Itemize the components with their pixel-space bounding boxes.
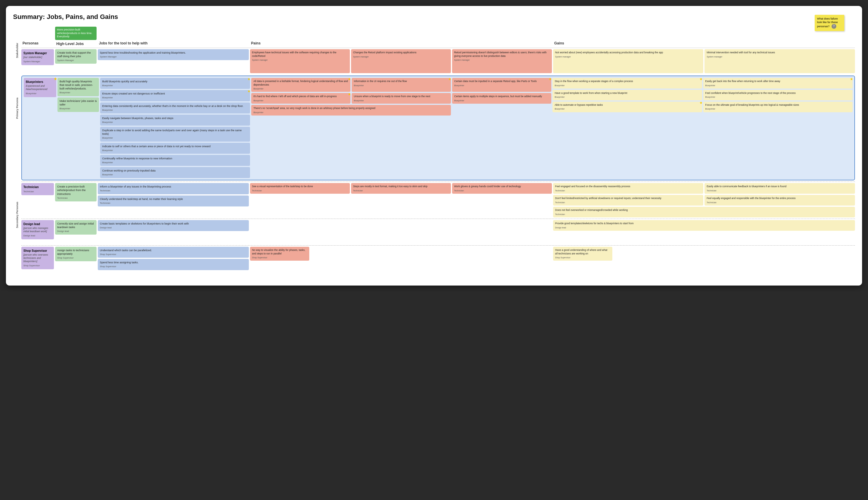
technician-gains-cell: Feel engaged and focused on the disassem… [553, 183, 855, 217]
star-icon: ★ [247, 77, 251, 81]
stakeholder-tool-jobs-cell: Spend less time troubleshooting the appl… [98, 49, 249, 73]
primary-tool-job-4: Duplicate a step in order to avoid addin… [102, 128, 248, 136]
primary-gain-2: Have a good template to work from when s… [555, 92, 700, 95]
primary-tool-jobs-cell: ★ Build blueprints quickly and accuratel… [100, 78, 250, 178]
primary-gain-0: Stay in the flow when working a separate… [555, 80, 700, 83]
stakeholder-tool-job-text: Spend less time troubleshooting the appl… [100, 51, 247, 55]
shop-pain-0: No way to visualize the ability for phas… [252, 249, 307, 255]
shop-job-0: Assign tasks to technicians appropriatel… [57, 249, 94, 255]
star-icon: ★ [348, 92, 351, 96]
stakeholder-gain-0: Not worried about (new) employees accide… [555, 51, 701, 54]
primary-persona-label: Primary Persona [13, 65, 21, 151]
shop-persona-desc: [person who oversees technicians and blu… [23, 253, 52, 263]
tech-pain-0: See a visual representation of the task/… [252, 185, 348, 188]
tech-pain-2: Work gloves & greasy hands could hinder … [454, 185, 550, 188]
col-gains: Gains [553, 40, 855, 46]
col-pains: Pains [250, 40, 552, 46]
primary-tool-job-2: Entering data consistently and accuratel… [102, 104, 248, 108]
technician-row: Technician Technician Create a precision… [21, 182, 855, 219]
design-persona-desc: [person who manages initial teardown wor… [23, 227, 52, 233]
stakeholder-tool-job-tag: System Manager [100, 55, 247, 58]
primary-pain-5: Certain items apply to multiple steps in… [454, 95, 549, 98]
highlight-card: More precision-built vehicles/products i… [55, 27, 96, 40]
star-icon: ★ [348, 77, 351, 81]
tech-tool-job-0: Inform a blueprinter of any issues in th… [100, 185, 247, 189]
secondary-personas-label: Secondary Personas [13, 151, 21, 279]
shop-tool-jobs-cell: Understand which tasks can be paralleliz… [98, 247, 249, 271]
design-tool-job-0: Create basic templates or skeletons for … [100, 222, 247, 225]
technician-persona-cell: Technician Technician [21, 183, 54, 217]
primary-pain-1: Information in the UI requires me out of… [354, 80, 449, 83]
stakeholder-pains-cell: Employees have technical issues with the… [250, 49, 552, 73]
tech-gain-0: Feel engaged and focused on the disassem… [555, 185, 701, 188]
col-personas: Personas [21, 40, 54, 46]
primary-persona-tag: Blueprinter [26, 92, 54, 95]
design-job-0: Correctly size and assign initial teardo… [57, 222, 94, 229]
shop-jobs-cell: Assign tasks to technicians appropriatel… [55, 247, 96, 271]
design-tool-jobs-cell: Create basic templates or skeletons for … [98, 220, 249, 244]
primary-persona-desc: Experienced and New/Inexperienced [26, 84, 54, 91]
primary-tool-job-7: Continue working on previously-inputted … [102, 169, 248, 172]
stakeholder-label: Stakeholder [13, 36, 21, 65]
primary-pains-cell: ★ All data is presented in a list/table … [251, 78, 551, 178]
primary-pain-4: Unsure when a blueprint is ready to move… [354, 95, 449, 98]
primary-job-1: Make technicians' jobs easier & safer [59, 99, 97, 106]
shop-gain-0: Have a good understanding of where and w… [555, 249, 610, 255]
technician-tool-jobs-cell: Inform a blueprinter of any issues in th… [98, 183, 249, 217]
stakeholder-row: System Manager [our stakeholder] System … [21, 48, 855, 75]
design-persona-tag: Design lead [23, 234, 52, 237]
shop-persona-cell: Shop Supervisor [person who oversees tec… [21, 247, 54, 271]
primary-pain-3: It's hard to find where I left off and w… [253, 95, 349, 98]
col-jobs-tool: Jobs for the tool to help with [98, 40, 249, 46]
content-area: Personas More precision-built vehicles/p… [21, 27, 855, 279]
shop-supervisor-row: Shop Supervisor [person who oversees tec… [21, 245, 855, 272]
tech-job-0: Create a precision-built vehicle/product… [57, 185, 94, 195]
primary-tool-job-1: Ensure steps created are not dangerous o… [102, 92, 248, 95]
shop-gains-cell: Have a good understanding of where and w… [553, 247, 855, 271]
primary-pain-2: Certain data must be inputted in a separ… [454, 80, 549, 83]
technician-jobs-cell: Create a precision-built vehicle/product… [55, 183, 96, 217]
primary-gains-cell: ★ Stay in the flow when working a separa… [552, 78, 853, 178]
stakeholder-persona-desc: [our stakeholder] [23, 56, 52, 59]
design-persona-cell: Design lead [person who manages initial … [21, 220, 54, 244]
design-gain-0: Provide good templates/skeletons for tec… [555, 222, 853, 225]
design-lead-row: Design lead [person who manages initial … [21, 219, 855, 245]
primary-jobs-cell: Build high quality blueprints that resul… [57, 78, 99, 178]
primary-tool-job-3: Easily navigate between blueprints, phas… [102, 116, 248, 120]
tech-tool-job-1: Clearly understand the task/step at hand… [100, 197, 247, 201]
tech-pain-1: Steps are mostly in text format, making … [353, 185, 449, 188]
question-icon: ? [832, 24, 836, 29]
shop-tool-job-1: Spend less time assigning tasks. [100, 261, 247, 264]
tech-gain-1: Easily able to communicate feedback to b… [707, 185, 853, 188]
tech-persona-name: Technician [23, 185, 52, 189]
primary-gain-3: Feel confident when blueprint/vehicle pr… [705, 92, 850, 95]
star-icon: ★ [699, 100, 703, 105]
shop-tool-job-0: Understand which tasks can be paralleliz… [100, 249, 247, 252]
tech-persona-tag: Technician [23, 190, 52, 193]
star-icon: ★ [699, 77, 703, 81]
design-pains-cell [250, 220, 552, 244]
primary-gain-4: Able to automate or bypass repetitive ta… [555, 103, 700, 107]
stakeholder-persona-tag: System Manager [23, 60, 52, 63]
primary-persona-name: Blueprinters [26, 80, 54, 84]
stakeholder-persona-cell: System Manager [our stakeholder] System … [21, 49, 54, 73]
stakeholder-pain-2: Retool permissioning doesn't distinguish… [454, 51, 550, 58]
primary-star: ★ [54, 76, 57, 81]
design-jobs-cell: Correctly size and assign initial teardo… [55, 220, 96, 244]
primary-gain-1: Easily get back into the flow when retur… [705, 80, 850, 83]
primary-pain-0: All data is presented in a list/table fo… [253, 80, 349, 87]
primary-pain-6: There's no 'scratchpad' area, so very ro… [253, 107, 449, 110]
col-headers: Personas More precision-built vehicles/p… [21, 27, 855, 46]
stakeholder-pain-0: Employees have technical issues with the… [252, 51, 348, 58]
primary-tool-job-0: Build blueprints quickly and accurately [102, 80, 248, 83]
design-persona-name: Design lead [23, 222, 52, 226]
stakeholder-persona-name: System Manager [23, 51, 52, 55]
col-high-level-label: High-Level Jobs [55, 41, 96, 46]
tech-gain-3: Feel equally engaged and responsible wit… [707, 197, 853, 200]
technician-pains-cell: See a visual representation of the task/… [250, 183, 552, 217]
star-icon: ★ [549, 77, 552, 81]
question-sticky: What does failure look like for these pe… [815, 15, 844, 31]
star-icon: ★ [850, 77, 853, 81]
star-icon: ★ [448, 77, 452, 81]
stakeholder-gain-1: Minimal intervention needed with tool fo… [707, 51, 853, 54]
